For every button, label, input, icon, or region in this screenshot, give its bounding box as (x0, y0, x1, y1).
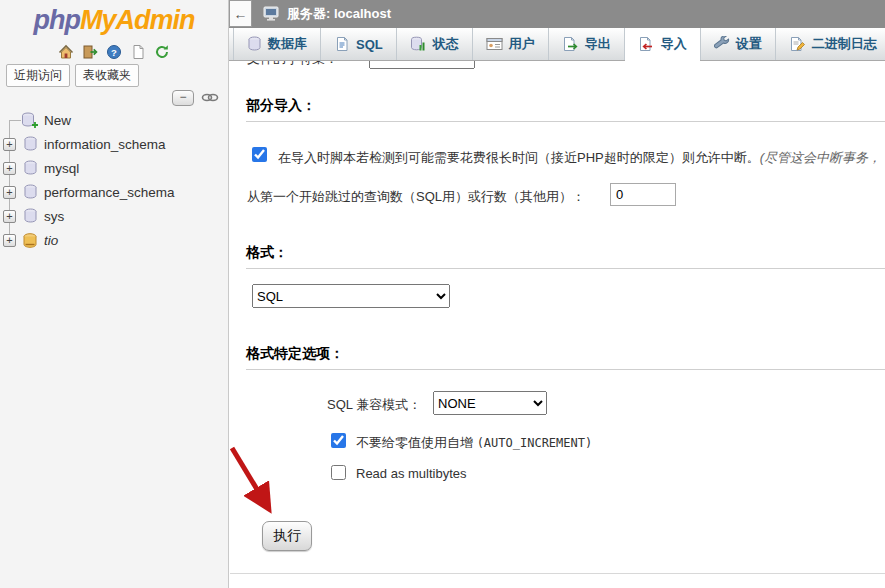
skip-queries-input[interactable] (610, 183, 676, 206)
no-zero-autoincrement-checkbox[interactable] (331, 433, 346, 448)
tab-label: SQL (356, 37, 383, 52)
red-annotation-arrow (220, 438, 292, 530)
tab-label: 二进制日志 (812, 35, 877, 53)
expand-plus-icon[interactable]: + (3, 186, 16, 199)
phpmyadmin-screen: phpMyAdmin ? 近期访问 表收藏夹 − (0, 0, 885, 588)
database-tree: New + information_schema + mysql + (0, 108, 228, 252)
tab-label: 导入 (661, 35, 687, 53)
tree-item-tio[interactable]: + tio (0, 228, 228, 252)
skip-queries-label: 从第一个开始跳过的查询数（SQL用）或行数（其他用）： (247, 188, 585, 206)
tab-label: 设置 (736, 35, 762, 53)
tree-item-label: performance_schema (44, 185, 175, 200)
format-select[interactable]: SQL (252, 284, 450, 308)
sidebar-panel-tabs: 近期访问 表收藏夹 (6, 64, 139, 87)
phpmyadmin-logo[interactable]: phpMyAdmin (0, 5, 228, 36)
tab-export[interactable]: 导出 (549, 28, 625, 60)
import-icon (638, 36, 655, 52)
tree-item-label: tio (44, 233, 58, 248)
expand-plus-icon[interactable]: + (3, 234, 16, 247)
sql-compat-label: SQL 兼容模式： (327, 396, 421, 414)
svg-text:?: ? (111, 46, 117, 57)
execute-button[interactable]: 执行 (262, 521, 312, 551)
tree-item-new-database[interactable]: New (0, 108, 228, 132)
tab-binary-log[interactable]: 二进制日志 (776, 28, 885, 60)
expand-plus-icon[interactable]: + (3, 162, 16, 175)
sidebar-nav-icons: ? (0, 43, 228, 60)
tab-status[interactable]: 状态 (397, 28, 473, 60)
docs-icon[interactable] (130, 43, 147, 60)
database-icon (21, 160, 39, 176)
footer-divider (230, 573, 885, 574)
tree-item-information-schema[interactable]: + information_schema (0, 132, 228, 156)
server-monitor-icon (263, 6, 281, 22)
database-selected-icon (21, 232, 39, 249)
tab-users[interactable]: 用户 (473, 28, 549, 60)
allow-interrupt-checkbox[interactable] (252, 147, 267, 162)
logo-php-text: php (34, 5, 80, 35)
tab-import[interactable]: 导入 (625, 28, 701, 60)
sql-compat-select[interactable]: NONE (433, 391, 547, 415)
server-breadcrumb-bar: 服务器: localhost (229, 0, 885, 28)
refresh-icon[interactable] (154, 43, 171, 60)
tab-label: 导出 (585, 35, 611, 53)
read-multibytes-checkbox[interactable] (331, 465, 346, 480)
read-multibytes-label: Read as multibytes (356, 466, 467, 481)
sql-icon (334, 36, 350, 52)
tab-databases[interactable]: 数据库 (233, 28, 321, 60)
tab-label: 状态 (433, 35, 459, 53)
collapse-all-button[interactable]: − (172, 90, 194, 106)
sidebar: phpMyAdmin ? 近期访问 表收藏夹 − (0, 0, 229, 588)
settings-wrench-icon (714, 36, 730, 52)
tree-stub (9, 120, 21, 121)
new-database-icon (21, 112, 39, 129)
expand-plus-icon[interactable]: + (3, 210, 16, 223)
binary-log-icon (789, 36, 806, 52)
link-icon[interactable] (201, 89, 219, 107)
help-icon[interactable]: ? (106, 43, 123, 60)
tab-settings[interactable]: 设置 (701, 28, 776, 60)
server-tabs: 数据库 SQL 状态 用户 导出 (229, 28, 885, 61)
autoincrement-code: (AUTO_INCREMENT) (477, 436, 593, 450)
tree-item-label: sys (44, 209, 64, 224)
recent-tables-dropdown[interactable]: 近期访问 (6, 64, 70, 87)
expand-plus-icon[interactable]: + (3, 138, 16, 151)
tab-label: 用户 (509, 35, 535, 53)
partial-import-heading: 部分导入： (246, 97, 885, 122)
tree-item-label: information_schema (44, 137, 166, 152)
tree-item-label: New (44, 113, 71, 128)
tree-item-sys[interactable]: + sys (0, 204, 228, 228)
format-options-heading: 格式特定选项： (246, 345, 885, 370)
favorite-tables-dropdown[interactable]: 表收藏夹 (75, 64, 139, 87)
format-heading: 格式： (246, 244, 885, 269)
tree-item-label: mysql (44, 161, 79, 176)
export-icon (562, 36, 579, 52)
allow-interrupt-label: 在导入时脚本若检测到可能需要花费很长时间（接近PHP超时的限定）则允许中断。(尽… (278, 149, 881, 167)
database-icon (21, 208, 39, 224)
status-icon (410, 36, 427, 52)
tree-item-mysql[interactable]: + mysql (0, 156, 228, 180)
logo-myadmin-text: MyAdmin (80, 5, 195, 35)
database-icon (21, 136, 39, 152)
no-zero-autoincrement-label: 不要给零值使用自增 (AUTO_INCREMENT) (356, 434, 592, 452)
server-label[interactable]: 服务器: localhost (287, 5, 391, 23)
tree-controls: − (172, 89, 219, 107)
users-icon (486, 36, 503, 52)
home-icon[interactable] (58, 43, 75, 60)
database-icon (247, 36, 262, 52)
exit-icon[interactable] (82, 43, 99, 60)
sidebar-collapse-button[interactable]: ← (229, 0, 252, 27)
tab-label: 数据库 (268, 35, 307, 53)
tree-item-performance-schema[interactable]: + performance_schema (0, 180, 228, 204)
database-icon (21, 184, 39, 200)
tab-sql[interactable]: SQL (321, 28, 397, 60)
interrupt-note: (尽管这会中断事务， (760, 150, 881, 165)
